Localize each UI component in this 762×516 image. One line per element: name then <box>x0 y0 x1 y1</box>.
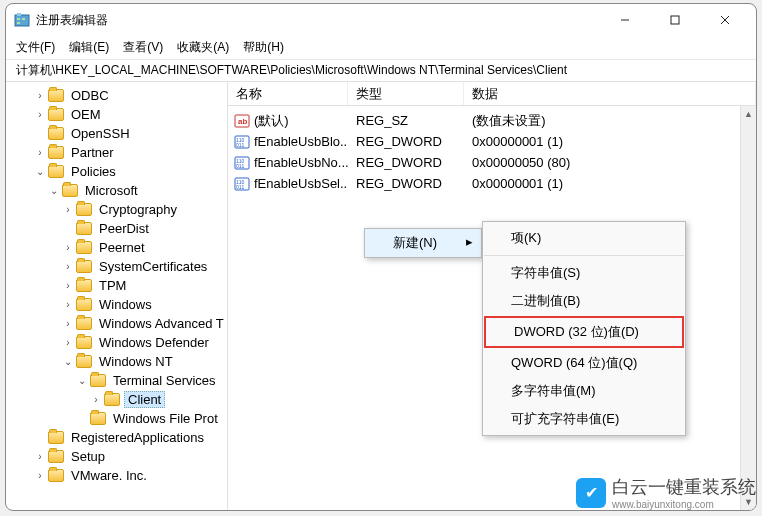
list-row[interactable]: fEnableUsbSel...REG_DWORD0x00000001 (1) <box>228 173 756 194</box>
tree-item[interactable]: ›VMware. Inc. <box>6 466 227 485</box>
tree-item[interactable]: ›SystemCertificates <box>6 257 227 276</box>
list-row[interactable]: (默认)REG_SZ(数值未设置) <box>228 110 756 131</box>
tree-label: RegisteredApplications <box>68 430 207 445</box>
chevron-down-icon[interactable]: ⌄ <box>48 185 60 196</box>
tree-item[interactable]: RegisteredApplications <box>6 428 227 447</box>
context-submenu[interactable]: 项(K)字符串值(S)二进制值(B)DWORD (32 位)值(D)QWORD … <box>482 221 686 436</box>
close-button[interactable] <box>702 5 748 35</box>
tree-item[interactable]: ⌄Terminal Services <box>6 371 227 390</box>
titlebar[interactable]: 注册表编辑器 <box>6 4 756 36</box>
chevron-right-icon[interactable]: › <box>62 204 74 215</box>
scrollbar[interactable]: ▲▼ <box>740 106 756 510</box>
menu-item[interactable]: 收藏夹(A) <box>177 39 229 56</box>
ctx-menu-item[interactable]: 多字符串值(M) <box>483 377 685 405</box>
chevron-right-icon[interactable]: › <box>62 299 74 310</box>
watermark-text: 白云一键重装系统 <box>612 475 756 499</box>
folder-icon <box>48 431 64 444</box>
ctx-menu-item[interactable]: QWORD (64 位)值(Q) <box>483 349 685 377</box>
menu-item[interactable]: 编辑(E) <box>69 39 109 56</box>
column-name[interactable]: 名称 <box>228 82 348 105</box>
ctx-menu-item[interactable]: 二进制值(B) <box>483 287 685 315</box>
folder-icon <box>76 260 92 273</box>
tree-label: PeerDist <box>96 221 152 236</box>
minimize-button[interactable] <box>602 5 648 35</box>
tree-item[interactable]: ⌄Policies <box>6 162 227 181</box>
svg-rect-0 <box>15 15 29 26</box>
tree-label: Client <box>124 391 165 408</box>
tree-item[interactable]: ›Windows Defender <box>6 333 227 352</box>
chevron-down-icon[interactable]: ⌄ <box>62 356 74 367</box>
tree-label: Microsoft <box>82 183 141 198</box>
folder-icon <box>76 279 92 292</box>
tree-label: OpenSSH <box>68 126 133 141</box>
chevron-right-icon[interactable]: › <box>62 261 74 272</box>
tree-label: ODBC <box>68 88 112 103</box>
list-row[interactable]: fEnableUsbNo...REG_DWORD0x00000050 (80) <box>228 152 756 173</box>
tree-item[interactable]: Windows File Prot <box>6 409 227 428</box>
list-header[interactable]: 名称 类型 数据 <box>228 82 756 106</box>
watermark-url: www.baiyunxitong.com <box>612 499 756 510</box>
column-data[interactable]: 数据 <box>464 82 756 105</box>
chevron-right-icon[interactable]: › <box>62 318 74 329</box>
tree-item[interactable]: ›Peernet <box>6 238 227 257</box>
tree-item[interactable]: ›TPM <box>6 276 227 295</box>
chevron-right-icon[interactable]: › <box>62 337 74 348</box>
tree-label: Windows Advanced T <box>96 316 227 331</box>
ctx-new[interactable]: 新建(N) ▸ <box>365 229 481 257</box>
ctx-menu-item[interactable]: 可扩充字符串值(E) <box>483 405 685 433</box>
folder-icon <box>48 146 64 159</box>
tree-item[interactable]: ›Windows <box>6 295 227 314</box>
tree-label: TPM <box>96 278 129 293</box>
tree-item[interactable]: ›Cryptography <box>6 200 227 219</box>
svg-rect-2 <box>17 18 20 20</box>
svg-rect-3 <box>22 18 25 20</box>
menu-item[interactable]: 查看(V) <box>123 39 163 56</box>
tree-label: Partner <box>68 145 117 160</box>
svg-rect-1 <box>17 13 21 16</box>
context-menu[interactable]: 新建(N) ▸ <box>364 228 482 258</box>
menubar: 文件(F)编辑(E)查看(V)收藏夹(A)帮助(H) <box>6 36 756 60</box>
tree-label: VMware. Inc. <box>68 468 150 483</box>
tree-label: OEM <box>68 107 104 122</box>
ctx-menu-item[interactable]: DWORD (32 位)值(D) <box>484 316 684 348</box>
folder-icon <box>76 298 92 311</box>
chevron-down-icon[interactable]: ⌄ <box>76 375 88 386</box>
tree-item[interactable]: ›Partner <box>6 143 227 162</box>
chevron-right-icon[interactable]: › <box>34 109 46 120</box>
folder-icon <box>48 450 64 463</box>
ctx-menu-item[interactable]: 字符串值(S) <box>483 259 685 287</box>
tree-item[interactable]: OpenSSH <box>6 124 227 143</box>
svg-rect-4 <box>17 22 20 24</box>
chevron-right-icon[interactable]: › <box>34 451 46 462</box>
tree-item[interactable]: ›OEM <box>6 105 227 124</box>
menu-item[interactable]: 文件(F) <box>16 39 55 56</box>
tree-label: Peernet <box>96 240 148 255</box>
ctx-menu-item[interactable]: 项(K) <box>483 224 685 252</box>
list-panel: 名称 类型 数据 (默认)REG_SZ(数值未设置)fEnableUsbBlo.… <box>228 82 756 510</box>
maximize-button[interactable] <box>652 5 698 35</box>
chevron-right-icon[interactable]: › <box>90 394 102 405</box>
tree-item[interactable]: ›Client <box>6 390 227 409</box>
tree-item[interactable]: ›ODBC <box>6 86 227 105</box>
tree-label: SystemCertificates <box>96 259 210 274</box>
list-row[interactable]: fEnableUsbBlo...REG_DWORD0x00000001 (1) <box>228 131 756 152</box>
tree-panel[interactable]: ›ODBC›OEMOpenSSH›Partner⌄Policies⌄Micros… <box>6 82 228 510</box>
tree-item[interactable]: ⌄Microsoft <box>6 181 227 200</box>
chevron-down-icon[interactable]: ⌄ <box>34 166 46 177</box>
chevron-right-icon[interactable]: › <box>34 470 46 481</box>
column-type[interactable]: 类型 <box>348 82 464 105</box>
tree-item[interactable]: ⌄Windows NT <box>6 352 227 371</box>
tree-label: Windows Defender <box>96 335 212 350</box>
address-bar[interactable]: 计算机\HKEY_LOCAL_MACHINE\SOFTWARE\Policies… <box>6 60 756 82</box>
chevron-right-icon[interactable]: › <box>34 147 46 158</box>
tree-item[interactable]: ›Setup <box>6 447 227 466</box>
menu-item[interactable]: 帮助(H) <box>243 39 284 56</box>
chevron-right-icon[interactable]: › <box>34 90 46 101</box>
list-body[interactable]: (默认)REG_SZ(数值未设置)fEnableUsbBlo...REG_DWO… <box>228 106 756 198</box>
tree-item[interactable]: PeerDist <box>6 219 227 238</box>
app-icon <box>14 12 30 28</box>
folder-icon <box>76 355 92 368</box>
chevron-right-icon[interactable]: › <box>62 242 74 253</box>
chevron-right-icon[interactable]: › <box>62 280 74 291</box>
tree-item[interactable]: ›Windows Advanced T <box>6 314 227 333</box>
